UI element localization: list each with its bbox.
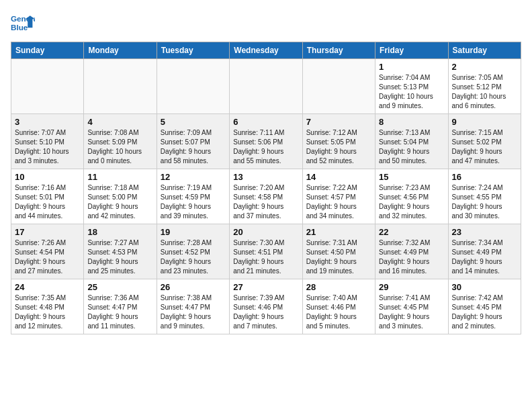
calendar-cell: 29Sunrise: 7:41 AM Sunset: 4:45 PM Dayli…: [375, 279, 448, 334]
day-number: 12: [161, 172, 226, 182]
day-info: Sunrise: 7:27 AM Sunset: 4:53 PM Dayligh…: [87, 238, 152, 276]
day-info: Sunrise: 7:08 AM Sunset: 5:09 PM Dayligh…: [87, 128, 152, 166]
day-info: Sunrise: 7:26 AM Sunset: 4:54 PM Dayligh…: [15, 238, 80, 276]
day-number: 16: [452, 172, 517, 182]
day-info: Sunrise: 7:31 AM Sunset: 4:50 PM Dayligh…: [306, 238, 371, 276]
weekday-header-tuesday: Tuesday: [157, 42, 229, 59]
calendar-cell: 16Sunrise: 7:24 AM Sunset: 4:55 PM Dayli…: [448, 169, 521, 224]
day-number: 10: [15, 172, 80, 182]
calendar-cell: 4Sunrise: 7:08 AM Sunset: 5:09 PM Daylig…: [84, 114, 157, 169]
calendar-table: SundayMondayTuesdayWednesdayThursdayFrid…: [11, 42, 521, 334]
day-number: 2: [452, 62, 517, 72]
page-header: General Blue: [11, 11, 521, 35]
day-info: Sunrise: 7:28 AM Sunset: 4:52 PM Dayligh…: [161, 238, 226, 276]
day-info: Sunrise: 7:23 AM Sunset: 4:56 PM Dayligh…: [379, 183, 444, 221]
day-number: 9: [452, 117, 517, 127]
day-number: 18: [87, 227, 152, 237]
day-info: Sunrise: 7:11 AM Sunset: 5:06 PM Dayligh…: [233, 128, 298, 166]
day-number: 15: [379, 172, 444, 182]
calendar-cell: [84, 59, 157, 114]
day-info: Sunrise: 7:22 AM Sunset: 4:57 PM Dayligh…: [306, 183, 371, 221]
calendar-cell: [302, 59, 375, 114]
day-number: 6: [233, 117, 298, 127]
day-info: Sunrise: 7:18 AM Sunset: 5:00 PM Dayligh…: [87, 183, 152, 221]
calendar-cell: 14Sunrise: 7:22 AM Sunset: 4:57 PM Dayli…: [302, 169, 375, 224]
calendar-cell: 18Sunrise: 7:27 AM Sunset: 4:53 PM Dayli…: [84, 224, 157, 279]
day-number: 19: [161, 227, 226, 237]
calendar-cell: [157, 59, 229, 114]
day-number: 22: [379, 227, 444, 237]
day-info: Sunrise: 7:07 AM Sunset: 5:10 PM Dayligh…: [15, 128, 80, 166]
day-number: 13: [233, 172, 298, 182]
day-info: Sunrise: 7:41 AM Sunset: 4:45 PM Dayligh…: [379, 293, 444, 331]
calendar-cell: 26Sunrise: 7:38 AM Sunset: 4:47 PM Dayli…: [157, 279, 229, 334]
week-row-5: 24Sunrise: 7:35 AM Sunset: 4:48 PM Dayli…: [11, 279, 521, 334]
day-number: 5: [161, 117, 226, 127]
calendar-cell: 23Sunrise: 7:34 AM Sunset: 4:49 PM Dayli…: [448, 224, 521, 279]
calendar-cell: 25Sunrise: 7:36 AM Sunset: 4:47 PM Dayli…: [84, 279, 157, 334]
weekday-header-wednesday: Wednesday: [230, 42, 302, 59]
day-info: Sunrise: 7:34 AM Sunset: 4:49 PM Dayligh…: [452, 238, 517, 276]
calendar-cell: 11Sunrise: 7:18 AM Sunset: 5:00 PM Dayli…: [84, 169, 157, 224]
logo: General Blue: [11, 11, 35, 35]
day-number: 3: [15, 117, 80, 127]
day-info: Sunrise: 7:20 AM Sunset: 4:58 PM Dayligh…: [233, 183, 298, 221]
day-number: 4: [87, 117, 152, 127]
day-info: Sunrise: 7:09 AM Sunset: 5:07 PM Dayligh…: [161, 128, 226, 166]
day-info: Sunrise: 7:24 AM Sunset: 4:55 PM Dayligh…: [452, 183, 517, 221]
weekday-header-friday: Friday: [375, 42, 448, 59]
day-number: 20: [233, 227, 298, 237]
calendar-cell: 22Sunrise: 7:32 AM Sunset: 4:49 PM Dayli…: [375, 224, 448, 279]
day-info: Sunrise: 7:12 AM Sunset: 5:05 PM Dayligh…: [306, 128, 371, 166]
day-info: Sunrise: 7:32 AM Sunset: 4:49 PM Dayligh…: [379, 238, 444, 276]
calendar-cell: 20Sunrise: 7:30 AM Sunset: 4:51 PM Dayli…: [230, 224, 302, 279]
day-number: 8: [379, 117, 444, 127]
day-info: Sunrise: 7:16 AM Sunset: 5:01 PM Dayligh…: [15, 183, 80, 221]
day-info: Sunrise: 7:39 AM Sunset: 4:46 PM Dayligh…: [233, 293, 298, 331]
svg-text:Blue: Blue: [11, 23, 28, 32]
day-info: Sunrise: 7:36 AM Sunset: 4:47 PM Dayligh…: [87, 293, 152, 331]
day-number: 11: [87, 172, 152, 182]
day-info: Sunrise: 7:19 AM Sunset: 4:59 PM Dayligh…: [161, 183, 226, 221]
calendar-cell: 21Sunrise: 7:31 AM Sunset: 4:50 PM Dayli…: [302, 224, 375, 279]
calendar-cell: 1Sunrise: 7:04 AM Sunset: 5:13 PM Daylig…: [375, 59, 448, 114]
day-number: 27: [233, 282, 298, 292]
calendar-cell: 2Sunrise: 7:05 AM Sunset: 5:12 PM Daylig…: [448, 59, 521, 114]
day-number: 26: [161, 282, 226, 292]
calendar-cell: 9Sunrise: 7:15 AM Sunset: 5:02 PM Daylig…: [448, 114, 521, 169]
day-info: Sunrise: 7:40 AM Sunset: 4:46 PM Dayligh…: [306, 293, 371, 331]
calendar-cell: 3Sunrise: 7:07 AM Sunset: 5:10 PM Daylig…: [11, 114, 84, 169]
day-number: 1: [379, 62, 444, 72]
calendar-cell: 6Sunrise: 7:11 AM Sunset: 5:06 PM Daylig…: [230, 114, 302, 169]
calendar-cell: 5Sunrise: 7:09 AM Sunset: 5:07 PM Daylig…: [157, 114, 229, 169]
weekday-header-monday: Monday: [84, 42, 157, 59]
day-number: 28: [306, 282, 371, 292]
calendar-cell: 19Sunrise: 7:28 AM Sunset: 4:52 PM Dayli…: [157, 224, 229, 279]
calendar-cell: [230, 59, 302, 114]
week-row-3: 10Sunrise: 7:16 AM Sunset: 5:01 PM Dayli…: [11, 169, 521, 224]
calendar-cell: 28Sunrise: 7:40 AM Sunset: 4:46 PM Dayli…: [302, 279, 375, 334]
day-info: Sunrise: 7:38 AM Sunset: 4:47 PM Dayligh…: [161, 293, 226, 331]
day-number: 24: [15, 282, 80, 292]
day-number: 25: [87, 282, 152, 292]
logo-icon: General Blue: [11, 11, 35, 35]
day-number: 29: [379, 282, 444, 292]
calendar-cell: 10Sunrise: 7:16 AM Sunset: 5:01 PM Dayli…: [11, 169, 84, 224]
day-info: Sunrise: 7:05 AM Sunset: 5:12 PM Dayligh…: [452, 73, 517, 111]
day-number: 17: [15, 227, 80, 237]
calendar-cell: 13Sunrise: 7:20 AM Sunset: 4:58 PM Dayli…: [230, 169, 302, 224]
day-info: Sunrise: 7:04 AM Sunset: 5:13 PM Dayligh…: [379, 73, 444, 111]
day-number: 23: [452, 227, 517, 237]
day-info: Sunrise: 7:30 AM Sunset: 4:51 PM Dayligh…: [233, 238, 298, 276]
calendar-cell: 24Sunrise: 7:35 AM Sunset: 4:48 PM Dayli…: [11, 279, 84, 334]
day-number: 21: [306, 227, 371, 237]
day-info: Sunrise: 7:35 AM Sunset: 4:48 PM Dayligh…: [15, 293, 80, 331]
week-row-1: 1Sunrise: 7:04 AM Sunset: 5:13 PM Daylig…: [11, 59, 521, 114]
day-info: Sunrise: 7:15 AM Sunset: 5:02 PM Dayligh…: [452, 128, 517, 166]
weekday-header-thursday: Thursday: [302, 42, 375, 59]
calendar-cell: [11, 59, 84, 114]
calendar-cell: 7Sunrise: 7:12 AM Sunset: 5:05 PM Daylig…: [302, 114, 375, 169]
weekday-header-row: SundayMondayTuesdayWednesdayThursdayFrid…: [11, 42, 521, 59]
weekday-header-saturday: Saturday: [448, 42, 521, 59]
day-info: Sunrise: 7:42 AM Sunset: 4:45 PM Dayligh…: [452, 293, 517, 331]
